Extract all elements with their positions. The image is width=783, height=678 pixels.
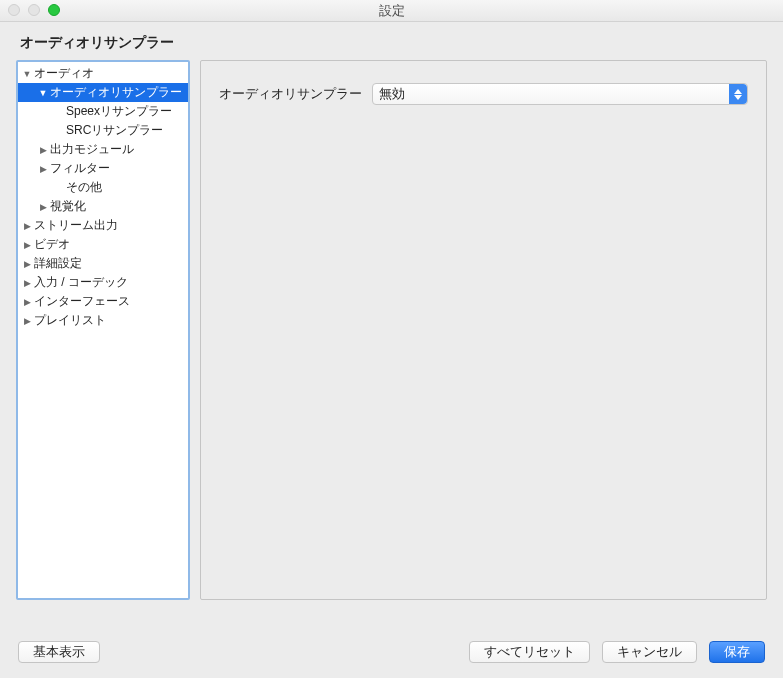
chevron-down-icon[interactable]: ▼ xyxy=(38,88,48,98)
content-panel: オーディオリサンプラー 無効 xyxy=(200,60,767,600)
chevron-right-icon[interactable]: ▶ xyxy=(38,145,48,155)
tree-item-label: プレイリスト xyxy=(34,312,106,329)
tree-row[interactable]: ▼オーディオリサンプラー xyxy=(18,83,188,102)
settings-tree[interactable]: ▼オーディオ▼オーディオリサンプラーSpeexリサンプラーSRCリサンプラー▶出… xyxy=(16,60,190,600)
basic-view-button[interactable]: 基本表示 xyxy=(18,641,100,663)
tree-item-label: SRCリサンプラー xyxy=(66,122,163,139)
chevron-right-icon[interactable]: ▶ xyxy=(22,221,32,231)
tree-item-label: フィルター xyxy=(50,160,110,177)
cancel-button[interactable]: キャンセル xyxy=(602,641,697,663)
close-window-button[interactable] xyxy=(8,4,20,16)
tree-item-label: その他 xyxy=(66,179,102,196)
tree-row[interactable]: Speexリサンプラー xyxy=(18,102,188,121)
section-title: オーディオリサンプラー xyxy=(0,22,783,60)
tree-item-label: Speexリサンプラー xyxy=(66,103,172,120)
tree-row[interactable]: ▶出力モジュール xyxy=(18,140,188,159)
resampler-label: オーディオリサンプラー xyxy=(219,85,362,103)
chevron-right-icon[interactable]: ▶ xyxy=(38,202,48,212)
tree-row[interactable]: その他 xyxy=(18,178,188,197)
tree-row[interactable]: ▶視覚化 xyxy=(18,197,188,216)
minimize-window-button[interactable] xyxy=(28,4,40,16)
tree-item-label: インターフェース xyxy=(34,293,130,310)
tree-item-label: 入力 / コーデック xyxy=(34,274,128,291)
tree-item-label: 詳細設定 xyxy=(34,255,82,272)
chevron-right-icon[interactable]: ▶ xyxy=(22,316,32,326)
chevron-right-icon[interactable]: ▶ xyxy=(38,164,48,174)
tree-item-label: 視覚化 xyxy=(50,198,86,215)
tree-item-label: 出力モジュール xyxy=(50,141,134,158)
titlebar: 設定 xyxy=(0,0,783,22)
footer: 基本表示 すべてリセット キャンセル 保存 xyxy=(0,626,783,678)
chevron-right-icon[interactable]: ▶ xyxy=(22,278,32,288)
tree-item-label: ビデオ xyxy=(34,236,70,253)
tree-row[interactable]: ▶ストリーム出力 xyxy=(18,216,188,235)
tree-item-label: ストリーム出力 xyxy=(34,217,118,234)
save-button[interactable]: 保存 xyxy=(709,641,765,663)
resampler-dropdown[interactable]: 無効 xyxy=(372,83,748,105)
dropdown-arrow-icon xyxy=(729,84,747,104)
tree-row[interactable]: ▶詳細設定 xyxy=(18,254,188,273)
chevron-down-icon[interactable]: ▼ xyxy=(22,69,32,79)
traffic-lights xyxy=(8,4,60,16)
chevron-right-icon[interactable]: ▶ xyxy=(22,297,32,307)
tree-row[interactable]: ▶インターフェース xyxy=(18,292,188,311)
tree-row[interactable]: ▶ビデオ xyxy=(18,235,188,254)
tree-row[interactable]: ▶プレイリスト xyxy=(18,311,188,330)
reset-all-button[interactable]: すべてリセット xyxy=(469,641,590,663)
tree-row[interactable]: ▶入力 / コーデック xyxy=(18,273,188,292)
chevron-right-icon[interactable]: ▶ xyxy=(22,259,32,269)
tree-row[interactable]: ▶フィルター xyxy=(18,159,188,178)
tree-item-label: オーディオ xyxy=(34,65,94,82)
resampler-dropdown-value: 無効 xyxy=(379,85,405,103)
tree-row[interactable]: ▼オーディオ xyxy=(18,64,188,83)
zoom-window-button[interactable] xyxy=(48,4,60,16)
tree-item-label: オーディオリサンプラー xyxy=(50,84,182,101)
chevron-right-icon[interactable]: ▶ xyxy=(22,240,32,250)
tree-row[interactable]: SRCリサンプラー xyxy=(18,121,188,140)
window-title: 設定 xyxy=(379,2,405,20)
